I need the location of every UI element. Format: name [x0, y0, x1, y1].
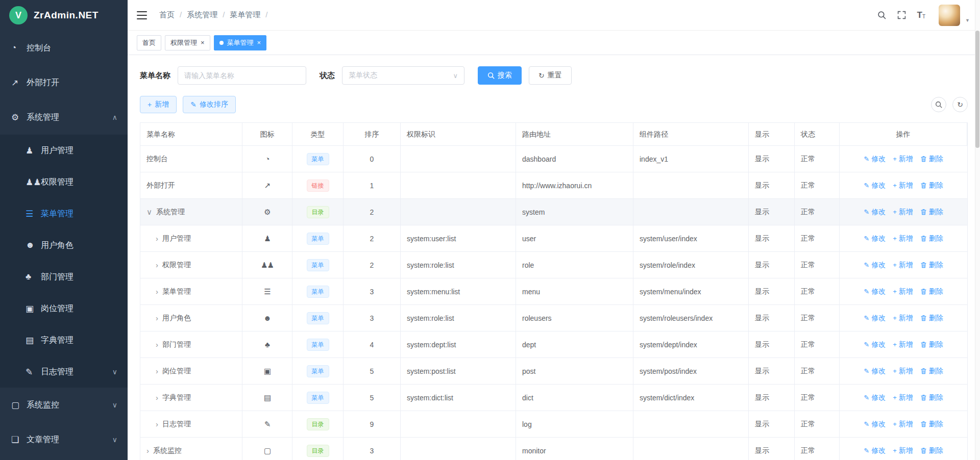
breadcrumb-item[interactable]: 首页 [159, 10, 187, 20]
delete-icon [920, 288, 927, 295]
add-link-label: 新增 [899, 340, 913, 349]
chevron-right-icon[interactable]: › [156, 341, 158, 348]
reset-button[interactable]: ↻ 重置 [529, 66, 572, 85]
add-link[interactable]: + 新增 [893, 314, 913, 323]
edit-link[interactable]: ✎ 修改 [864, 261, 886, 270]
status-select[interactable]: 菜单状态 ∨ [342, 66, 464, 85]
refresh-table-button[interactable]: ↻ [952, 97, 968, 112]
delete-link[interactable]: 删除 [920, 261, 943, 270]
sidebar-item[interactable]: ☰ 菜单管理 [0, 198, 128, 229]
chevron-right-icon[interactable]: › [146, 447, 149, 454]
sidebar-item[interactable]: ▤ 字典管理 [0, 324, 128, 356]
view-tab[interactable]: 首页 [137, 35, 161, 50]
edit-link[interactable]: ✎ 修改 [864, 367, 886, 376]
add-link[interactable]: + 新增 [893, 393, 913, 402]
chevron-right-icon[interactable]: › [156, 367, 158, 375]
edit-link[interactable]: ✎ 修改 [864, 234, 886, 243]
perm-cell [401, 438, 516, 460]
close-icon[interactable]: × [257, 39, 261, 46]
delete-link[interactable]: 删除 [920, 393, 943, 402]
fullscreen-icon[interactable] [897, 11, 906, 19]
add-link[interactable]: + 新增 [893, 420, 913, 429]
add-link-label: 新增 [899, 393, 913, 402]
table-row: 外部打开 ↗ 链接 1 http://www.izhaorui.cn 显示 正常 [140, 172, 967, 199]
add-link[interactable]: + 新增 [893, 340, 913, 349]
add-link[interactable]: + 新增 [893, 234, 913, 243]
close-icon[interactable]: × [201, 39, 205, 46]
chevron-right-icon[interactable]: › [156, 420, 158, 428]
edit-link[interactable]: ✎ 修改 [864, 287, 886, 296]
delete-link[interactable]: 删除 [920, 181, 943, 190]
chevron-right-icon[interactable]: › [156, 288, 158, 295]
search-button[interactable]: 搜索 [478, 66, 522, 85]
collapse-sidebar-icon[interactable] [137, 11, 147, 20]
scrollbar-thumb[interactable] [975, 31, 979, 148]
edit-icon: ✎ [864, 341, 869, 348]
chevron-down-icon: ∨ [112, 401, 117, 409]
page-content: 菜单名称 状态 菜单状态 ∨ 搜索 ↻ 重置 [128, 55, 980, 460]
add-link[interactable]: + 新增 [893, 287, 913, 296]
view-tab[interactable]: 菜单管理 × [214, 35, 267, 50]
delete-link[interactable]: 删除 [920, 367, 943, 376]
edit-link[interactable]: ✎ 修改 [864, 393, 886, 402]
menu-list-icon: ☰ [26, 209, 41, 219]
chevron-down-icon[interactable]: ∨ [146, 208, 152, 216]
edit-link[interactable]: ✎ 修改 [864, 340, 886, 349]
chevron-right-icon[interactable]: › [156, 235, 158, 242]
add-link[interactable]: + 新增 [893, 208, 913, 217]
chevron-right-icon[interactable]: › [156, 314, 158, 322]
search-icon[interactable] [877, 11, 886, 19]
sidebar-item[interactable]: ▣ 岗位管理 [0, 293, 128, 324]
edit-link[interactable]: ✎ 修改 [864, 314, 886, 323]
sidebar-item[interactable]: ◔ 控制台 [0, 31, 128, 65]
caret-down-icon[interactable]: ▼ [965, 18, 970, 23]
sidebar-item[interactable]: ♟ 用户管理 [0, 135, 128, 166]
sidebar-item[interactable]: ✎ 日志管理 ∨ [0, 356, 128, 388]
add-link[interactable]: + 新增 [893, 261, 913, 270]
delete-link[interactable]: 删除 [920, 446, 943, 455]
edit-link[interactable]: ✎ 修改 [864, 208, 886, 217]
add-link[interactable]: + 新增 [893, 155, 913, 164]
add-link[interactable]: + 新增 [893, 181, 913, 190]
chevron-right-icon[interactable]: › [156, 394, 158, 401]
menu-name-input[interactable] [178, 66, 306, 85]
delete-link[interactable]: 删除 [920, 208, 943, 217]
delete-link[interactable]: 删除 [920, 287, 943, 296]
sidebar-item[interactable]: ▢ 系统监控 ∨ [0, 388, 128, 422]
delete-link[interactable]: 删除 [920, 155, 943, 164]
chevron-right-icon[interactable]: › [156, 261, 158, 269]
delete-link-label: 删除 [929, 208, 943, 217]
delete-link[interactable]: 删除 [920, 340, 943, 349]
delete-link[interactable]: 删除 [920, 234, 943, 243]
sidebar-item[interactable]: ⚙ 系统管理 ∧ [0, 100, 128, 135]
add-link[interactable]: + 新增 [893, 367, 913, 376]
edit-link[interactable]: ✎ 修改 [864, 420, 886, 429]
edit-sort-button[interactable]: ✎ 修改排序 [183, 96, 236, 113]
edit-link[interactable]: ✎ 修改 [864, 181, 886, 190]
user-avatar[interactable] [939, 5, 960, 26]
add-link[interactable]: + 新增 [893, 446, 913, 455]
reset-button-label: 重置 [548, 71, 562, 80]
sidebar-item[interactable]: ☻ 用户角色 [0, 229, 128, 261]
delete-link[interactable]: 删除 [920, 314, 943, 323]
sidebar-item[interactable]: ❏ 文章管理 ∨ [0, 422, 128, 457]
delete-link[interactable]: 删除 [920, 420, 943, 429]
breadcrumb-item[interactable]: 菜单管理 [230, 10, 273, 20]
component-cell [633, 438, 749, 460]
sidebar-item[interactable]: ♣ 部门管理 [0, 261, 128, 293]
visible-cell: 显示 [749, 225, 795, 251]
edit-icon: ✎ [864, 447, 869, 454]
view-tab[interactable]: 权限管理 × [165, 35, 210, 50]
edit-link[interactable]: ✎ 修改 [864, 155, 886, 164]
font-size-icon[interactable]: TT [917, 11, 926, 19]
sidebar-item[interactable]: ↗ 外部打开 [0, 65, 128, 100]
sidebar-item[interactable]: ♟♟ 权限管理 [0, 166, 128, 198]
ops-cell: ✎ 修改 + 新增 [840, 438, 967, 460]
column-header: 图标 [242, 123, 292, 145]
show-search-button[interactable] [931, 97, 946, 112]
add-button[interactable]: + 新增 [140, 96, 177, 113]
breadcrumb-item[interactable]: 系统管理 [187, 10, 230, 20]
type-tag: 菜单 [307, 365, 329, 377]
app-logo[interactable]: V ZrAdmin.NET [0, 0, 128, 31]
edit-link[interactable]: ✎ 修改 [864, 446, 886, 455]
